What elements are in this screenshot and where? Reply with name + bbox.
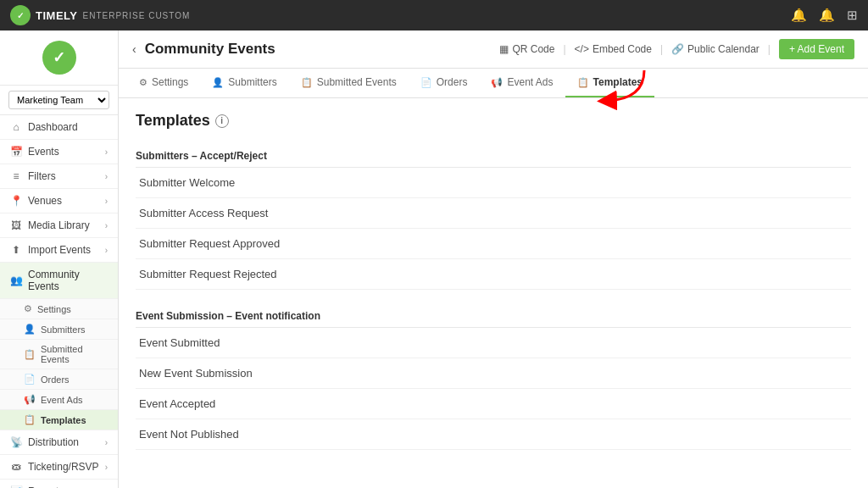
tab-orders[interactable]: 📄 Orders (409, 69, 480, 97)
section-header: Event Submission – Event notification (136, 303, 851, 328)
sidebar-item-label: Media Library (28, 219, 90, 231)
subitem-label: Orders (41, 374, 70, 385)
sidebar-item-label: Ticketing/RSVP (28, 461, 99, 473)
sidebar-item-media-library[interactable]: 🖼 Media Library › (0, 214, 118, 238)
event-ads-sub-icon: 📢 (24, 394, 36, 405)
alert-icon[interactable]: 🔔 (819, 8, 835, 23)
content-header-actions: ▦ QR Code | </> Embed Code | 🔗 Public Ca… (499, 39, 854, 59)
submitters-sub-icon: 👤 (24, 324, 36, 335)
qr-code-link[interactable]: ▦ QR Code (499, 43, 554, 55)
sidebar-item-reports[interactable]: 📊 Reports › (0, 480, 118, 488)
sidebar-subitem-submitted-events[interactable]: 📋 Submitted Events (0, 340, 118, 369)
sidebar-item-distribution[interactable]: 📡 Distribution › (0, 430, 118, 455)
sidebar-item-label: Events (28, 146, 59, 158)
sidebar-item-dashboard[interactable]: ⌂ Dashboard (0, 115, 118, 140)
template-item-submitter-request-approved[interactable]: Submitter Request Approved (136, 229, 851, 259)
sidebar-item-label: Filters (28, 170, 56, 182)
sidebar-item-community-events[interactable]: 👥 Community Events (0, 263, 118, 299)
divider: | (768, 43, 771, 55)
template-item-submitter-welcome[interactable]: Submitter Welcome (136, 168, 851, 198)
content-header: ‹ Community Events ▦ QR Code | </> Embed… (119, 30, 868, 69)
notification-icon[interactable]: 🔔 (791, 8, 807, 23)
import-icon: ⬆ (10, 244, 22, 256)
tab-label: Settings (152, 76, 188, 88)
template-item-event-accepted[interactable]: Event Accepted (136, 389, 851, 419)
sidebar-item-label: Community Events (28, 269, 108, 292)
settings-sub-icon: ⚙ (24, 303, 32, 314)
sidebar-item-filters[interactable]: ≡ Filters › (0, 164, 118, 189)
info-icon[interactable]: i (215, 114, 229, 128)
venues-icon: 📍 (10, 195, 22, 207)
distribution-icon: 📡 (10, 436, 22, 448)
logo-icon: ✓ (10, 5, 31, 25)
content-area: ‹ Community Events ▦ QR Code | </> Embed… (119, 30, 868, 488)
add-event-button[interactable]: + Add Event (779, 39, 854, 59)
chevron-right-icon: › (105, 246, 108, 255)
sidebar-subitem-submitters[interactable]: 👤 Submitters (0, 319, 118, 340)
qr-code-label: QR Code (512, 43, 554, 55)
main-layout: ✓ Marketing Team Sales Team HR Team ⌂ Da… (0, 30, 868, 488)
sidebar-subitem-orders[interactable]: 📄 Orders (0, 369, 118, 390)
template-item-event-submitted[interactable]: Event Submitted (136, 328, 851, 358)
page-title: Community Events (145, 41, 275, 58)
submitted-events-sub-icon: 📋 (24, 349, 36, 360)
public-calendar-link[interactable]: 🔗 Public Calendar (671, 43, 760, 55)
template-item-new-event-submission[interactable]: New Event Submission (136, 358, 851, 389)
template-item-label: Submitter Request Rejected (139, 268, 277, 280)
tab-submitters[interactable]: 👤 Submitters (200, 69, 288, 97)
sidebar-subitem-templates[interactable]: 📋 Templates (0, 410, 118, 430)
sidebar-team-dropdown[interactable]: Marketing Team Sales Team HR Team (0, 86, 118, 115)
filters-icon: ≡ (10, 170, 22, 182)
toggle-sidebar-button[interactable]: ‹ (132, 42, 136, 56)
sidebar-item-venues[interactable]: 📍 Venues › (0, 189, 118, 214)
media-icon: 🖼 (10, 219, 22, 231)
tab-label: Event Ads (507, 76, 553, 88)
sidebar-nav: ⌂ Dashboard 📅 Events › ≡ Filters › (0, 115, 118, 488)
page-heading: Templates i (136, 112, 851, 130)
sidebar-logo-area: ✓ (0, 30, 118, 86)
submitted-events-tab-icon: 📋 (301, 77, 313, 88)
template-item-label: Submitter Access Request (139, 207, 268, 219)
top-navbar: ✓ TIMELY ENTERPRISE CUSTOM 🔔 🔔 ⊞ (0, 0, 868, 30)
enterprise-badge: ENTERPRISE CUSTOM (82, 11, 190, 20)
tab-templates[interactable]: 📋 Templates (565, 69, 654, 97)
grid-icon[interactable]: ⊞ (847, 8, 858, 23)
subitem-label: Settings (37, 304, 71, 314)
subitem-label: Templates (41, 415, 86, 425)
template-item-label: New Event Submission (139, 367, 253, 380)
tab-submitted-events[interactable]: 📋 Submitted Events (289, 69, 409, 97)
chevron-right-icon: › (105, 438, 108, 447)
template-item-submitter-request-rejected[interactable]: Submitter Request Rejected (136, 259, 851, 290)
chevron-right-icon: › (105, 463, 108, 472)
templates-tab-icon: 📋 (577, 77, 589, 88)
team-select[interactable]: Marketing Team Sales Team HR Team (8, 91, 109, 109)
subitem-label: Submitters (41, 324, 86, 335)
sidebar-item-events[interactable]: 📅 Events › (0, 140, 118, 164)
embed-code-link[interactable]: </> Embed Code (575, 43, 652, 55)
sidebar-item-import-events[interactable]: ⬆ Import Events › (0, 238, 118, 263)
template-item-event-not-published[interactable]: Event Not Published (136, 419, 851, 450)
brand-logo: ✓ TIMELY ENTERPRISE CUSTOM (10, 5, 190, 25)
template-item-submitter-access-request[interactable]: Submitter Access Request (136, 198, 851, 229)
chevron-right-icon: › (105, 172, 108, 181)
dashboard-icon: ⌂ (10, 121, 22, 133)
template-item-label: Submitter Welcome (139, 176, 235, 189)
tabs-bar: ⚙ Settings 👤 Submitters 📋 Submitted Even… (119, 69, 868, 98)
sidebar-subitem-event-ads[interactable]: 📢 Event Ads (0, 390, 118, 410)
sidebar-item-ticketing-rsvp[interactable]: 🎟 Ticketing/RSVP › (0, 455, 118, 480)
divider: | (563, 43, 565, 55)
templates-sub-icon: 📋 (24, 414, 36, 425)
template-item-label: Event Submitted (139, 336, 220, 349)
tab-label: Submitters (228, 76, 276, 88)
tab-label: Orders (437, 76, 468, 88)
tab-settings[interactable]: ⚙ Settings (127, 69, 200, 97)
sidebar-item-label: Venues (28, 195, 62, 207)
subitem-label: Event Ads (41, 395, 83, 405)
tab-label: Submitted Events (317, 76, 397, 88)
community-events-icon: 👥 (10, 274, 22, 286)
sidebar-subitem-settings[interactable]: ⚙ Settings (0, 299, 118, 319)
section-header-text: Submitters – Accept/Reject (136, 150, 267, 162)
tab-event-ads[interactable]: 📢 Event Ads (479, 69, 565, 97)
tabs-wrapper: ⚙ Settings 👤 Submitters 📋 Submitted Even… (119, 69, 868, 98)
community-events-subnav: ⚙ Settings 👤 Submitters 📋 Submitted Even… (0, 299, 118, 430)
